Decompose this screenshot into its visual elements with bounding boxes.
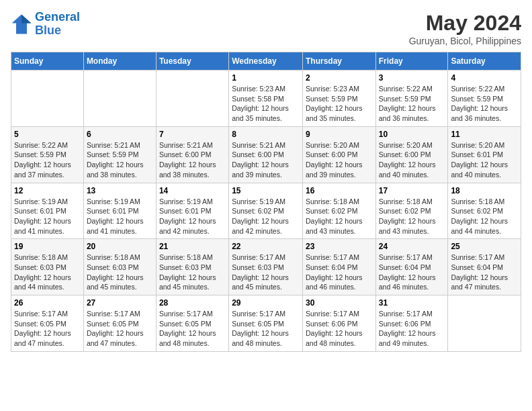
calendar-title: May 2024 (409, 11, 521, 36)
calendar-cell: 4 Sunrise: 5:22 AMSunset: 5:59 PMDayligh… (448, 71, 521, 127)
header-sunday: Sunday (11, 52, 84, 71)
calendar-week-0: 1 Sunrise: 5:23 AMSunset: 5:58 PMDayligh… (11, 71, 521, 127)
calendar-cell: 11 Sunrise: 5:20 AMSunset: 6:01 PMDaylig… (448, 126, 521, 183)
header-friday: Friday (375, 52, 448, 71)
day-number: 26 (14, 298, 81, 308)
day-info: Sunrise: 5:19 AMSunset: 6:01 PMDaylight:… (159, 197, 226, 236)
day-number: 23 (306, 242, 373, 251)
day-number: 28 (159, 298, 226, 308)
calendar-cell: 30 Sunrise: 5:17 AMSunset: 6:06 PMDaylig… (302, 295, 375, 352)
calendar-cell: 24 Sunrise: 5:17 AMSunset: 6:04 PMDaylig… (375, 239, 448, 295)
calendar-cell: 28 Sunrise: 5:17 AMSunset: 6:05 PMDaylig… (156, 295, 228, 352)
calendar-week-4: 26 Sunrise: 5:17 AMSunset: 6:05 PMDaylig… (11, 295, 521, 352)
day-number: 24 (379, 242, 445, 251)
logo: General Blue (11, 11, 80, 38)
day-info: Sunrise: 5:23 AMSunset: 5:59 PMDaylight:… (306, 84, 373, 124)
calendar-cell: 22 Sunrise: 5:17 AMSunset: 6:03 PMDaylig… (229, 239, 303, 295)
calendar-cell: 26 Sunrise: 5:17 AMSunset: 6:05 PMDaylig… (11, 295, 84, 352)
calendar-cell: 5 Sunrise: 5:22 AMSunset: 5:59 PMDayligh… (11, 126, 84, 183)
calendar-cell: 17 Sunrise: 5:18 AMSunset: 6:02 PMDaylig… (375, 183, 448, 239)
day-info: Sunrise: 5:18 AMSunset: 6:02 PMDaylight:… (451, 197, 518, 236)
day-info: Sunrise: 5:17 AMSunset: 6:04 PMDaylight:… (379, 253, 445, 292)
day-info: Sunrise: 5:18 AMSunset: 6:02 PMDaylight:… (306, 197, 373, 236)
day-number: 18 (451, 186, 518, 195)
day-number: 29 (232, 298, 300, 308)
day-info: Sunrise: 5:23 AMSunset: 5:58 PMDaylight:… (232, 84, 300, 124)
calendar-cell: 21 Sunrise: 5:18 AMSunset: 6:03 PMDaylig… (156, 239, 228, 295)
day-info: Sunrise: 5:22 AMSunset: 5:59 PMDaylight:… (451, 84, 518, 124)
day-info: Sunrise: 5:18 AMSunset: 6:02 PMDaylight:… (379, 197, 445, 236)
day-info: Sunrise: 5:17 AMSunset: 6:04 PMDaylight:… (306, 253, 373, 292)
calendar-cell: 6 Sunrise: 5:21 AMSunset: 5:59 PMDayligh… (83, 126, 156, 183)
calendar-cell: 19 Sunrise: 5:18 AMSunset: 6:03 PMDaylig… (11, 239, 84, 295)
day-number: 10 (379, 130, 445, 139)
calendar-cell: 9 Sunrise: 5:20 AMSunset: 6:00 PMDayligh… (302, 126, 375, 183)
calendar-cell: 14 Sunrise: 5:19 AMSunset: 6:01 PMDaylig… (156, 183, 228, 239)
calendar-cell: 31 Sunrise: 5:17 AMSunset: 6:06 PMDaylig… (375, 295, 448, 352)
day-number: 31 (379, 298, 445, 308)
calendar-cell: 18 Sunrise: 5:18 AMSunset: 6:02 PMDaylig… (448, 183, 521, 239)
day-number: 1 (232, 73, 300, 83)
day-number: 7 (159, 130, 226, 139)
calendar-cell: 25 Sunrise: 5:17 AMSunset: 6:04 PMDaylig… (448, 239, 521, 295)
day-info: Sunrise: 5:19 AMSunset: 6:01 PMDaylight:… (14, 197, 81, 236)
calendar-week-3: 19 Sunrise: 5:18 AMSunset: 6:03 PMDaylig… (11, 239, 521, 295)
calendar-cell: 1 Sunrise: 5:23 AMSunset: 5:58 PMDayligh… (229, 71, 303, 127)
day-info: Sunrise: 5:21 AMSunset: 5:59 PMDaylight:… (87, 140, 153, 180)
calendar-cell: 2 Sunrise: 5:23 AMSunset: 5:59 PMDayligh… (302, 71, 375, 127)
day-info: Sunrise: 5:19 AMSunset: 6:02 PMDaylight:… (232, 197, 300, 236)
day-number: 8 (232, 130, 300, 139)
calendar-cell: 23 Sunrise: 5:17 AMSunset: 6:04 PMDaylig… (302, 239, 375, 295)
day-number: 30 (306, 298, 373, 308)
title-block: May 2024 Guruyan, Bicol, Philippines (409, 11, 521, 46)
day-number: 3 (379, 73, 445, 83)
calendar-cell: 10 Sunrise: 5:20 AMSunset: 6:00 PMDaylig… (375, 126, 448, 183)
day-info: Sunrise: 5:21 AMSunset: 6:00 PMDaylight:… (232, 140, 300, 180)
day-info: Sunrise: 5:17 AMSunset: 6:03 PMDaylight:… (232, 253, 300, 292)
header-saturday: Saturday (448, 52, 521, 71)
day-number: 4 (451, 73, 518, 83)
calendar-cell (448, 295, 521, 352)
day-number: 15 (232, 186, 300, 195)
calendar-cell: 13 Sunrise: 5:19 AMSunset: 6:01 PMDaylig… (83, 183, 156, 239)
day-number: 12 (14, 186, 81, 195)
day-info: Sunrise: 5:22 AMSunset: 5:59 PMDaylight:… (379, 84, 445, 124)
day-number: 6 (87, 130, 153, 139)
svg-marker-1 (21, 14, 31, 23)
logo-blue: Blue (35, 24, 61, 37)
day-info: Sunrise: 5:18 AMSunset: 6:03 PMDaylight:… (87, 253, 153, 292)
day-info: Sunrise: 5:17 AMSunset: 6:05 PMDaylight:… (232, 309, 300, 349)
day-number: 17 (379, 186, 445, 195)
calendar-week-2: 12 Sunrise: 5:19 AMSunset: 6:01 PMDaylig… (11, 183, 521, 239)
day-number: 21 (159, 242, 226, 251)
page-header: General Blue May 2024 Guruyan, Bicol, Ph… (11, 11, 521, 46)
day-number: 2 (306, 73, 373, 83)
calendar-cell: 12 Sunrise: 5:19 AMSunset: 6:01 PMDaylig… (11, 183, 84, 239)
day-number: 16 (306, 186, 373, 195)
day-info: Sunrise: 5:17 AMSunset: 6:05 PMDaylight:… (159, 309, 226, 349)
logo-general: General (35, 10, 80, 24)
day-number: 11 (451, 130, 518, 139)
logo-icon (11, 13, 32, 35)
day-number: 20 (87, 242, 153, 251)
calendar-cell (83, 71, 156, 127)
calendar-cell: 20 Sunrise: 5:18 AMSunset: 6:03 PMDaylig… (83, 239, 156, 295)
header-thursday: Thursday (302, 52, 375, 71)
calendar-cell: 3 Sunrise: 5:22 AMSunset: 5:59 PMDayligh… (375, 71, 448, 127)
logo-text: General Blue (35, 11, 80, 38)
day-number: 19 (14, 242, 81, 251)
calendar-cell: 8 Sunrise: 5:21 AMSunset: 6:00 PMDayligh… (229, 126, 303, 183)
day-info: Sunrise: 5:22 AMSunset: 5:59 PMDaylight:… (14, 140, 81, 180)
day-info: Sunrise: 5:17 AMSunset: 6:06 PMDaylight:… (379, 309, 445, 349)
day-number: 22 (232, 242, 300, 251)
calendar-cell: 7 Sunrise: 5:21 AMSunset: 6:00 PMDayligh… (156, 126, 228, 183)
day-info: Sunrise: 5:17 AMSunset: 6:06 PMDaylight:… (306, 309, 373, 349)
header-monday: Monday (83, 52, 156, 71)
day-info: Sunrise: 5:19 AMSunset: 6:01 PMDaylight:… (87, 197, 153, 236)
calendar-table: SundayMondayTuesdayWednesdayThursdayFrid… (11, 52, 521, 352)
header-tuesday: Tuesday (156, 52, 228, 71)
calendar-week-1: 5 Sunrise: 5:22 AMSunset: 5:59 PMDayligh… (11, 126, 521, 183)
calendar-cell (11, 71, 84, 127)
day-info: Sunrise: 5:20 AMSunset: 6:00 PMDaylight:… (379, 140, 445, 180)
calendar-cell: 29 Sunrise: 5:17 AMSunset: 6:05 PMDaylig… (229, 295, 303, 352)
